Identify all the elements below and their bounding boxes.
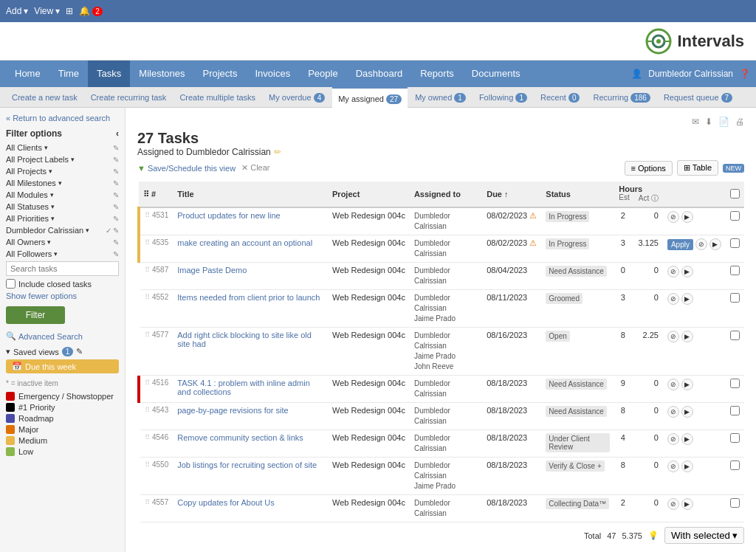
task-play-button[interactable]: ▶: [681, 331, 693, 342]
th-title[interactable]: Title: [173, 182, 328, 207]
task-stop-button[interactable]: ⊘: [667, 498, 679, 510]
subnav-request-queue[interactable]: Request queue 7: [658, 87, 738, 108]
saved-views-header[interactable]: ▾ Saved views 1 ✎: [6, 347, 119, 356]
task-stop-button[interactable]: ⊘: [667, 293, 679, 305]
task-play-button[interactable]: ▶: [681, 293, 693, 305]
filter-milestones-edit-icon[interactable]: ✎: [113, 179, 119, 187]
task-title-link[interactable]: Copy updates for About Us: [177, 498, 274, 507]
collapse-icon[interactable]: ‹: [116, 128, 119, 139]
subnav-recent[interactable]: Recent 0: [535, 87, 585, 108]
task-play-button[interactable]: ▶: [681, 266, 693, 277]
filter-priorities-select[interactable]: All Priorities ▾: [6, 214, 113, 223]
task-title-link[interactable]: Remove community section & links: [177, 433, 303, 442]
th-due[interactable]: Due ↑: [482, 182, 541, 207]
filter-modules-select[interactable]: All Modules ▾: [6, 190, 113, 199]
nav-tasks[interactable]: Tasks: [88, 61, 130, 87]
task-checkbox[interactable]: [730, 433, 740, 443]
filter-statuses-select[interactable]: All Statuses ▾: [6, 202, 113, 211]
task-stop-button[interactable]: ⊘: [667, 460, 679, 472]
task-title-link[interactable]: Items needed from client prior to launch: [177, 293, 320, 302]
task-title-cell[interactable]: page-by-page revisions for site: [173, 403, 328, 430]
filter-user-edit-icon[interactable]: ✎: [113, 227, 119, 235]
add-button[interactable]: Add ▾: [6, 6, 28, 16]
advanced-search-link[interactable]: 🔍 Advanced Search: [6, 331, 119, 341]
nav-milestones[interactable]: Milestones: [130, 61, 193, 87]
nav-projects[interactable]: Projects: [193, 61, 246, 87]
nav-time[interactable]: Time: [49, 61, 88, 87]
task-stop-button[interactable]: ⊘: [667, 433, 679, 445]
task-checkbox[interactable]: [730, 498, 740, 508]
task-title-cell[interactable]: Job listings for recruiting section of s…: [173, 458, 328, 495]
filter-owners-edit-icon[interactable]: ✎: [113, 238, 119, 246]
task-title-cell[interactable]: Image Paste Demo: [173, 263, 328, 290]
task-stop-button[interactable]: ⊘: [667, 331, 679, 342]
task-stop-button[interactable]: ⊘: [667, 211, 679, 223]
task-checkbox[interactable]: [730, 266, 740, 275]
subnav-create-multiple-tasks[interactable]: Create multiple tasks: [173, 87, 261, 108]
task-checkbox[interactable]: [730, 379, 740, 388]
task-title-link[interactable]: make creating an account an optional: [177, 238, 312, 247]
task-title-link[interactable]: page-by-page revisions for site: [177, 406, 288, 415]
filter-projects-edit-icon[interactable]: ✎: [113, 168, 119, 176]
save-schedule-view-link[interactable]: ▼ Save/Schedule this view: [137, 164, 236, 173]
filter-priorities-edit-icon[interactable]: ✎: [113, 215, 119, 223]
pdf-icon[interactable]: 📄: [718, 117, 729, 127]
task-stop-button[interactable]: ⊘: [695, 238, 707, 250]
filter-modules-edit-icon[interactable]: ✎: [113, 191, 119, 199]
apply-button[interactable]: Apply: [667, 239, 693, 250]
task-stop-button[interactable]: ⊘: [667, 266, 679, 277]
clear-link[interactable]: ✕ Clear: [241, 163, 269, 173]
task-play-button[interactable]: ▶: [681, 460, 693, 472]
task-title-cell[interactable]: Items needed from client prior to launch: [173, 290, 328, 328]
print-icon[interactable]: 🖨: [735, 117, 744, 127]
task-play-button[interactable]: ▶: [681, 379, 693, 390]
email-icon[interactable]: ✉: [692, 117, 699, 127]
subnav-following[interactable]: Following 1: [473, 87, 533, 108]
view-button[interactable]: View ▾: [34, 6, 60, 16]
task-checkbox[interactable]: [730, 293, 740, 303]
th-status[interactable]: Status: [541, 182, 614, 207]
filter-followers-select[interactable]: All Followers ▾: [6, 249, 113, 258]
task-play-button[interactable]: ▶: [681, 211, 693, 223]
th-assigned-to[interactable]: Assigned to: [410, 182, 482, 207]
filter-clients-edit-icon[interactable]: ✎: [113, 144, 119, 152]
filter-followers-edit-icon[interactable]: ✎: [113, 250, 119, 258]
nav-dashboard[interactable]: Dashboard: [347, 61, 412, 87]
include-closed-checkbox[interactable]: [6, 279, 16, 289]
filter-statuses-edit-icon[interactable]: ✎: [113, 203, 119, 211]
nav-documents[interactable]: Documents: [463, 61, 529, 87]
filter-labels-select[interactable]: All Project Labels ▾: [6, 155, 113, 164]
th-project[interactable]: Project: [328, 182, 410, 207]
saved-view-item[interactable]: 📅 Due this week: [6, 359, 119, 373]
task-title-cell[interactable]: Copy updates for About Us: [173, 495, 328, 522]
task-checkbox[interactable]: [730, 406, 740, 415]
task-title-link[interactable]: Product updates for new line: [177, 211, 280, 220]
task-title-cell[interactable]: Product updates for new line: [173, 207, 328, 235]
task-play-button[interactable]: ▶: [681, 498, 693, 510]
filter-user-check-icon[interactable]: ✓: [106, 227, 111, 235]
nav-reports[interactable]: Reports: [411, 61, 463, 87]
pencil-icon[interactable]: ✏: [274, 147, 281, 157]
task-checkbox[interactable]: [730, 331, 740, 340]
subnav-my-owned[interactable]: My owned 1: [409, 87, 472, 108]
filter-owners-select[interactable]: All Owners ▾: [6, 238, 113, 246]
task-stop-button[interactable]: ⊘: [667, 379, 679, 390]
with-selected-button[interactable]: With selected ▾: [664, 527, 744, 544]
subnav-recurring[interactable]: Recurring 186: [587, 87, 656, 108]
select-all-checkbox[interactable]: [730, 189, 740, 199]
nav-invoices[interactable]: Invoices: [246, 61, 299, 87]
notification-button[interactable]: 🔔 2: [79, 6, 103, 16]
task-checkbox[interactable]: [730, 460, 740, 470]
task-stop-button[interactable]: ⊘: [667, 406, 679, 418]
task-title-link[interactable]: Image Paste Demo: [177, 266, 247, 275]
options-button[interactable]: ≡ Options: [625, 161, 673, 176]
task-title-cell[interactable]: Remove community section & links: [173, 430, 328, 458]
subnav-my-assigned[interactable]: My assigned 27: [332, 87, 408, 108]
search-tasks-input[interactable]: [6, 261, 119, 276]
task-title-cell[interactable]: make creating an account an optional: [173, 235, 328, 263]
task-title-link[interactable]: TASK 4.1 : problem with inline admin and…: [177, 379, 310, 396]
subnav-create-new-task[interactable]: Create a new task: [6, 87, 83, 108]
nav-help-icon[interactable]: ❓: [739, 69, 750, 79]
filter-projects-select[interactable]: All Projects ▾: [6, 167, 113, 176]
show-fewer-options[interactable]: Show fewer options: [6, 291, 119, 300]
